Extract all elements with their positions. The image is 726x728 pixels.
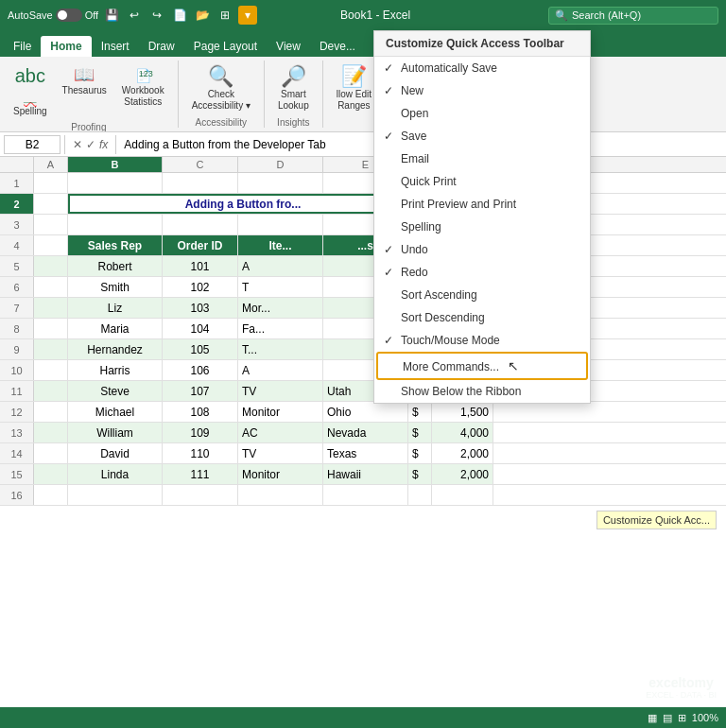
dropdown-item-touchmouse[interactable]: ✓ Touch/Mouse Mode <box>374 329 590 352</box>
cell-g15[interactable]: 2,000 <box>432 464 493 484</box>
cell-c10[interactable]: 106 <box>163 360 238 380</box>
cell-d7[interactable]: Mor... <box>238 298 323 318</box>
view-page-layout-icon[interactable]: ▤ <box>663 712 672 724</box>
cell-a13[interactable] <box>34 423 68 442</box>
dropdown-item-email[interactable]: Email <box>374 147 590 170</box>
cell-e15[interactable]: Hawaii <box>323 464 408 484</box>
thesaurus-button[interactable]: 📖 Thesaurus <box>57 62 112 99</box>
col-header-d[interactable]: D <box>238 157 323 172</box>
cell-a7[interactable] <box>34 298 68 318</box>
cell-d8[interactable]: Fa... <box>238 319 323 338</box>
view-page-break-icon[interactable]: ⊞ <box>678 712 686 724</box>
cell-c9[interactable]: 105 <box>163 339 238 359</box>
cell-a6[interactable] <box>34 277 68 297</box>
cell-d12[interactable]: Monitor <box>238 402 323 422</box>
cell-c3[interactable] <box>163 215 238 234</box>
allow-edit-ranges-button[interactable]: 📝 llow EditRanges <box>331 62 377 115</box>
cell-b4-header[interactable]: Sales Rep <box>68 235 163 255</box>
cell-b8[interactable]: Maria <box>68 319 163 338</box>
cell-c5[interactable]: 101 <box>163 256 238 276</box>
insert-function-icon[interactable]: fx <box>99 138 108 151</box>
cell-g14[interactable]: 2,000 <box>432 443 493 463</box>
cell-a3[interactable] <box>34 215 68 234</box>
cell-g12[interactable]: 1,500 <box>432 402 493 422</box>
tab-developer[interactable]: Deve... <box>310 36 365 57</box>
cell-c12[interactable]: 108 <box>163 402 238 422</box>
workbook-stats-button[interactable]: 📄123 WorkbookStatistics <box>116 62 170 112</box>
cell-d5[interactable]: A <box>238 256 323 276</box>
check-accessibility-button[interactable]: 🔍 CheckAccessibility ▾ <box>186 62 256 115</box>
cell-d15[interactable]: Monitor <box>238 464 323 484</box>
cell-a9[interactable] <box>34 339 68 359</box>
cell-e14[interactable]: Texas <box>323 443 408 463</box>
dropdown-item-save[interactable]: ✓ Save <box>374 125 590 147</box>
cell-a16[interactable] <box>34 485 68 505</box>
tab-home[interactable]: Home <box>41 36 91 57</box>
cell-f13[interactable]: $ <box>408 423 432 442</box>
cell-c14[interactable]: 110 <box>163 443 238 463</box>
dropdown-item-autosave[interactable]: ✓ Automatically Save <box>374 57 590 79</box>
cell-a14[interactable] <box>34 443 68 463</box>
cell-a12[interactable] <box>34 402 68 422</box>
cell-g16[interactable] <box>432 485 493 505</box>
cell-c13[interactable]: 109 <box>163 423 238 442</box>
cell-d10[interactable]: A <box>238 360 323 380</box>
smart-lookup-button[interactable]: 🔎 SmartLookup <box>272 62 315 115</box>
cell-c8[interactable]: 104 <box>163 319 238 338</box>
dropdown-item-showbelow[interactable]: Show Below the Ribbon <box>374 380 590 403</box>
cell-c4-header[interactable]: Order ID <box>163 235 238 255</box>
dropdown-item-spelling[interactable]: Spelling <box>374 216 590 238</box>
cell-d3[interactable] <box>238 215 323 234</box>
cell-d4-header[interactable]: Ite... <box>238 235 323 255</box>
cell-d14[interactable]: TV <box>238 443 323 463</box>
cell-b13[interactable]: William <box>68 423 163 442</box>
search-box[interactable]: 🔍 Search (Alt+Q) <box>548 7 718 25</box>
dropdown-item-quickprint[interactable]: Quick Print <box>374 170 590 193</box>
cell-d11[interactable]: TV <box>238 381 323 401</box>
cell-b1[interactable] <box>68 173 163 193</box>
cell-f15[interactable]: $ <box>408 464 432 484</box>
col-header-a[interactable]: A <box>34 157 68 172</box>
cell-d9[interactable]: T... <box>238 339 323 359</box>
cell-c11[interactable]: 107 <box>163 381 238 401</box>
tab-file[interactable]: File <box>4 36 41 57</box>
view-normal-icon[interactable]: ▦ <box>648 712 657 724</box>
new-doc-icon[interactable]: 📄 <box>170 6 189 25</box>
tab-pagelayout[interactable]: Page Layout <box>184 36 267 57</box>
cell-c16[interactable] <box>163 485 238 505</box>
redo-qat-icon[interactable]: ↪ <box>147 6 166 25</box>
zoom-level[interactable]: 100% <box>692 712 718 723</box>
cell-c1[interactable] <box>163 173 238 193</box>
spelling-button[interactable]: abc___ Spelling <box>8 62 53 120</box>
cell-d13[interactable]: AC <box>238 423 323 442</box>
cell-b14[interactable]: David <box>68 443 163 463</box>
cell-reference-box[interactable] <box>4 135 60 154</box>
dropdown-item-undo[interactable]: ✓ Undo <box>374 238 590 261</box>
cell-a4[interactable] <box>34 235 68 255</box>
cell-a1[interactable] <box>34 173 68 193</box>
cell-f12[interactable]: $ <box>408 402 432 422</box>
dropdown-item-sortdesc[interactable]: Sort Descending <box>374 306 590 329</box>
cell-b5[interactable]: Robert <box>68 256 163 276</box>
cell-c7[interactable]: 103 <box>163 298 238 318</box>
cell-a2[interactable] <box>34 194 68 214</box>
cell-c15[interactable]: 111 <box>163 464 238 484</box>
customize-qat-dropdown-icon[interactable]: ▾ <box>238 6 257 25</box>
cell-e16[interactable] <box>323 485 408 505</box>
dropdown-item-new[interactable]: ✓ New <box>374 79 590 102</box>
cell-e13[interactable]: Nevada <box>323 423 408 442</box>
cell-b12[interactable]: Michael <box>68 402 163 422</box>
tab-view[interactable]: View <box>267 36 310 57</box>
open-icon[interactable]: 📂 <box>193 6 212 25</box>
cell-b3[interactable] <box>68 215 163 234</box>
cell-a8[interactable] <box>34 319 68 338</box>
cell-b6[interactable]: Smith <box>68 277 163 297</box>
col-header-c[interactable]: C <box>163 157 238 172</box>
autosave-pill[interactable] <box>56 9 82 22</box>
cell-a5[interactable] <box>34 256 68 276</box>
dropdown-item-open[interactable]: Open <box>374 102 590 125</box>
dropdown-item-sortasc[interactable]: Sort Ascending <box>374 284 590 306</box>
dropdown-item-redo[interactable]: ✓ Redo <box>374 261 590 284</box>
cell-d1[interactable] <box>238 173 323 193</box>
save-qat-icon[interactable]: 💾 <box>102 6 121 25</box>
